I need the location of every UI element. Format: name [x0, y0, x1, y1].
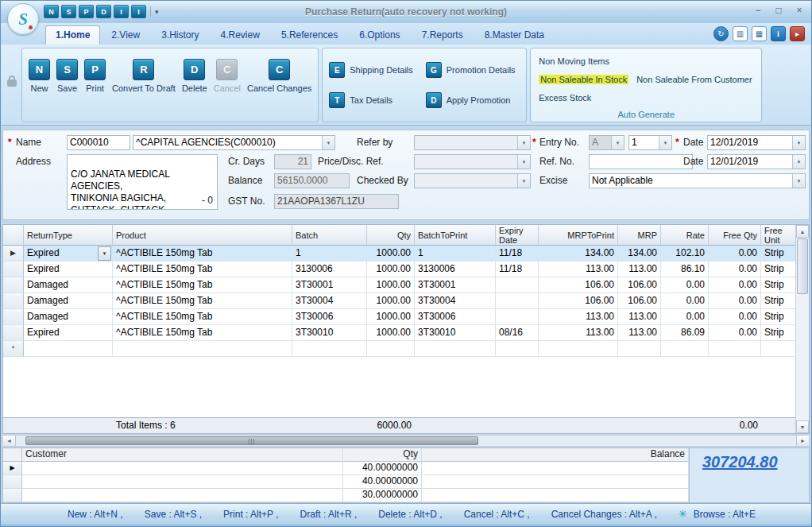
cell-mrp[interactable]: 106.00	[618, 293, 661, 309]
dropdown-arrow-icon[interactable]: ▼	[517, 174, 530, 188]
cell-mrp-to-print[interactable]: 134.00	[539, 246, 618, 262]
qat-icon[interactable]: I	[131, 5, 146, 18]
address-textarea[interactable]: C/O JANATA MEDICAL AGENCIES, TINIKONIA B…	[67, 154, 218, 210]
cell-return-type[interactable]: Damaged▼	[24, 293, 113, 309]
cell-product[interactable]: ^ACTIBILE 150mg Tab	[113, 309, 292, 325]
cell-free-unit[interactable]: Strip	[761, 309, 795, 325]
entry-date-combo[interactable]: 12/01/2019▼	[707, 135, 806, 150]
return-type-dropdown-icon[interactable]: ▼	[98, 246, 111, 261]
ribbon-tab[interactable]: 4.Review	[211, 25, 270, 45]
scroll-left-icon[interactable]: ◄	[3, 436, 16, 446]
ribbon-action-button[interactable]: R Convert To Draft	[109, 48, 179, 93]
cell-batch[interactable]: 3T30001	[292, 277, 367, 293]
ribbon-tab[interactable]: 3.History	[151, 25, 209, 45]
scroll-down-icon[interactable]: ▼	[796, 420, 809, 433]
table-row[interactable]: Expired▼ ^ACTIBILE 150mg Tab 3130006 100…	[3, 262, 795, 277]
cell-return-type[interactable]: Damaged▼	[24, 309, 113, 325]
cell-free-unit[interactable]: Strip	[761, 325, 795, 341]
cell-batch-to-print[interactable]: 3T30001	[415, 277, 496, 293]
row-selector[interactable]	[3, 277, 24, 293]
cell-rate[interactable]: 0.00	[661, 277, 709, 293]
cell-mrp[interactable]: 113.00	[618, 325, 661, 341]
ribbon-action-button[interactable]: P Print	[81, 48, 109, 93]
dropdown-arrow-icon[interactable]: ▼	[517, 136, 530, 149]
table-row[interactable]: Damaged▼ ^ACTIBILE 150mg Tab 3T30004 100…	[3, 293, 795, 309]
ribbon-detail-button[interactable]: T Tax Details	[329, 91, 413, 109]
cell-mrp-to-print[interactable]: 113.00	[539, 262, 618, 277]
qat-customize-chevron-icon[interactable]: ▾	[155, 8, 159, 16]
cell-batch-to-print[interactable]: 3T30010	[415, 325, 496, 341]
non-saleable-in-stock-link[interactable]: Non Saleable In Stock	[539, 75, 628, 84]
ribbon-tab[interactable]: 2.View	[101, 25, 150, 45]
qat-icon[interactable]: I	[114, 5, 129, 18]
horizontal-scrollbar[interactable]: ◄ ►	[2, 435, 810, 447]
cell-free-qty[interactable]: 0.00	[709, 277, 761, 293]
cell-rate[interactable]: 0.00	[661, 309, 709, 325]
calculator-icon[interactable]: ▦	[752, 26, 767, 41]
cell-expiry-date[interactable]	[496, 309, 539, 325]
cell-product[interactable]: ^ACTIBILE 150mg Tab	[113, 293, 292, 309]
minimize-button[interactable]: −	[751, 4, 765, 17]
cell-product[interactable]: ^ACTIBILE 150mg Tab	[113, 325, 292, 341]
cell-product[interactable]: ^ACTIBILE 150mg Tab	[113, 246, 292, 262]
price-disc-ref-combo[interactable]: ▼	[414, 154, 531, 169]
ribbon-action-button[interactable]: N New	[25, 48, 53, 93]
non-moving-items-link[interactable]: Non Moving Items	[539, 56, 609, 66]
ribbon-tab[interactable]: 6.Options	[349, 25, 410, 45]
cell-expiry-date[interactable]: 11/18	[496, 246, 539, 262]
dropdown-arrow-icon[interactable]: ▼	[517, 155, 530, 169]
table-row[interactable]: Expired▼ ^ACTIBILE 150mg Tab 3T30010 100…	[3, 325, 795, 341]
restore-button[interactable]: □	[771, 4, 786, 17]
dropdown-arrow-icon[interactable]: ▼	[792, 174, 805, 188]
cell-free-qty[interactable]: 0.00	[709, 293, 761, 309]
cell-free-qty[interactable]: 0.00	[709, 262, 761, 277]
row-selector[interactable]	[3, 293, 24, 309]
cell-batch-to-print[interactable]: 3T30006	[415, 309, 496, 325]
table-row[interactable]: ▶ Expired▼ ^ACTIBILE 150mg Tab 1 1000.00…	[3, 246, 795, 262]
horizontal-scroll-thumb[interactable]	[25, 436, 478, 445]
summary-row[interactable]: 40.00000000	[3, 475, 689, 489]
cell-batch-to-print[interactable]: 3130006	[415, 262, 496, 277]
cell-return-type[interactable]: Damaged▼	[24, 277, 113, 293]
monitor-icon[interactable]: ▥	[733, 26, 748, 41]
ribbon-tab[interactable]: 5.References	[271, 25, 348, 45]
cell-qty[interactable]: 1000.00	[367, 309, 415, 325]
row-selector[interactable]	[3, 325, 24, 341]
cell-rate[interactable]: 0.00	[661, 293, 709, 309]
row-selector[interactable]: ▶	[3, 246, 24, 262]
dropdown-arrow-icon[interactable]: ▼	[322, 136, 334, 149]
cell-mrp-to-print[interactable]: 113.00	[539, 325, 618, 341]
dropdown-arrow-icon[interactable]: ▼	[792, 136, 805, 149]
cell-expiry-date[interactable]: 11/18	[496, 262, 539, 277]
cell-expiry-date[interactable]	[496, 277, 539, 293]
exit-icon[interactable]: ▸	[790, 26, 805, 41]
cell-expiry-date[interactable]: 08/16	[496, 325, 539, 341]
cell-mrp[interactable]: 134.00	[618, 246, 661, 262]
cell-product[interactable]: ^ACTIBILE 150mg Tab	[113, 262, 292, 277]
ribbon-detail-button[interactable]: G Promotion Details	[426, 61, 516, 79]
excess-stock-link[interactable]: Excess Stock	[539, 93, 591, 103]
cell-mrp[interactable]: 113.00	[618, 309, 661, 325]
cell-free-qty[interactable]: 0.00	[709, 246, 761, 262]
cell-mrp[interactable]: 113.00	[618, 262, 661, 277]
table-row[interactable]: Damaged▼ ^ACTIBILE 150mg Tab 3T30006 100…	[3, 309, 795, 325]
cell-batch[interactable]: 3T30006	[292, 309, 367, 325]
cell-free-unit[interactable]: Strip	[761, 293, 795, 309]
summary-row[interactable]: 30.00000000	[3, 489, 689, 502]
qat-icon[interactable]: D	[96, 5, 111, 18]
qat-icon[interactable]: S	[61, 5, 76, 18]
ribbon-detail-button[interactable]: D Apply Promotion	[426, 91, 516, 109]
cell-qty[interactable]: 1000.00	[367, 293, 415, 309]
cell-qty[interactable]: 1000.00	[367, 246, 415, 262]
ribbon-action-button[interactable]: C Cancel	[211, 48, 244, 93]
cell-batch[interactable]: 3T30010	[292, 325, 367, 341]
cell-expiry-date[interactable]	[496, 293, 539, 309]
cell-qty[interactable]: 1000.00	[367, 277, 415, 293]
cell-return-type[interactable]: Expired▼	[24, 246, 113, 262]
ref-no-input[interactable]	[589, 154, 693, 169]
summary-row[interactable]: ▶ 40.00000000	[3, 462, 689, 475]
checked-by-combo[interactable]: ▼	[414, 173, 531, 188]
row-selector[interactable]	[3, 262, 24, 277]
qat-icon[interactable]: N	[44, 5, 59, 18]
cell-free-qty[interactable]: 0.00	[709, 325, 761, 341]
